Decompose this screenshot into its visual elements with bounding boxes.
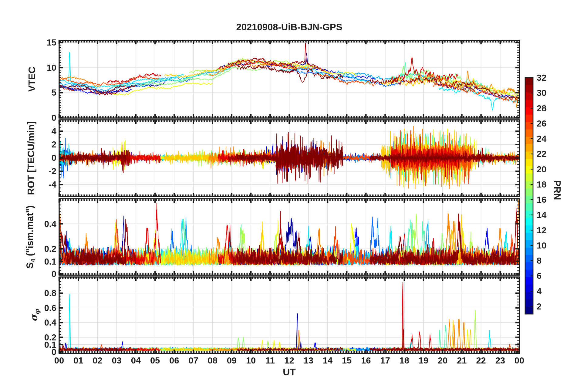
y-tick-label-rot: 0 [32,153,56,163]
y-tick-label-s4: 0 [32,269,56,279]
x-tick-label: 07 [188,356,198,366]
colorbar-tick-label: 30 [537,88,546,98]
chart-title: 20210908-UiB-BJN-GPS [59,22,519,33]
y-tick-label-vtec: 5 [32,88,56,98]
x-tick-label: 23 [495,356,505,366]
x-tick-label: 15 [342,356,352,366]
x-tick-label: 01 [73,356,83,366]
y-tick-label-sigma_phi: 0.4 [32,318,56,328]
y-tick-label-sigma_phi: 0.2 [32,332,56,342]
x-tick-label: 17 [380,356,390,366]
colorbar-tick-label: 26 [537,118,546,128]
colorbar-title: PRN [552,180,562,200]
y-tick-label-s4: 0.1 [32,256,56,266]
x-tick-label: 13 [304,356,313,366]
y-tick-label-rot: 2 [32,140,56,150]
colorbar-tick-label: 32 [537,73,546,83]
x-tick-label: 14 [323,356,332,366]
figure: 20210908-UiB-BJN-GPS VTEC ROT [TECU/min]… [0,0,577,392]
y-tick-label-vtec: 10 [32,63,56,73]
x-tick-label: 04 [131,356,141,366]
x-tick-label: 16 [361,356,371,366]
y-tick-label-sigma_phi: 0.6 [32,303,56,313]
colorbar-tick-label: 8 [537,256,542,266]
y-tick-label-s4: 0.2 [32,244,56,254]
x-tick-label: 05 [150,356,160,366]
colorbar-tick-label: 16 [537,195,546,205]
colorbar-tick-label: 2 [537,301,542,311]
colorbar-tick-label: 28 [537,103,546,113]
x-tick-label: 21 [457,356,467,366]
x-tick-label: 20 [438,356,447,366]
colorbar-tick-label: 12 [537,225,546,235]
x-tick-label: 02 [93,356,102,366]
x-axis-title: UT [59,367,519,378]
colorbar-tick-label: 18 [537,179,546,189]
x-tick-label: 19 [419,356,428,366]
x-tick-label: 10 [246,356,256,366]
y-tick-label-rot: -2 [32,166,56,176]
x-tick-label: 03 [112,356,121,366]
x-tick-label: 18 [400,356,409,366]
y-tick-label-rot: 4 [32,126,56,136]
x-tick-label: 09 [227,356,237,366]
y-tick-label-sigma_phi: 0.8 [32,288,56,298]
colorbar-tick-label: 20 [537,164,546,174]
x-tick-label: 08 [208,356,218,366]
y-tick-label-s4: 0.4 [32,219,56,229]
x-tick-label: 00 [515,356,524,366]
x-tick-label: 06 [169,356,179,366]
colorbar-tick-label: 4 [537,286,542,296]
x-tick-label: 12 [284,356,294,366]
x-tick-label: 00 [54,356,64,366]
colorbar-tick-label: 14 [537,210,546,220]
chart-canvas [0,0,577,392]
colorbar-tick-label: 24 [537,134,546,144]
colorbar-tick-label: 22 [537,149,546,159]
y-tick-label-rot: -4 [32,180,56,190]
y-tick-label-vtec: 0 [32,113,56,123]
colorbar-tick-label: 10 [537,240,546,250]
y-tick-label-vtec: 15 [32,38,56,48]
x-tick-label: 22 [476,356,486,366]
x-tick-label: 11 [265,356,275,366]
colorbar-tick-label: 6 [537,271,542,281]
